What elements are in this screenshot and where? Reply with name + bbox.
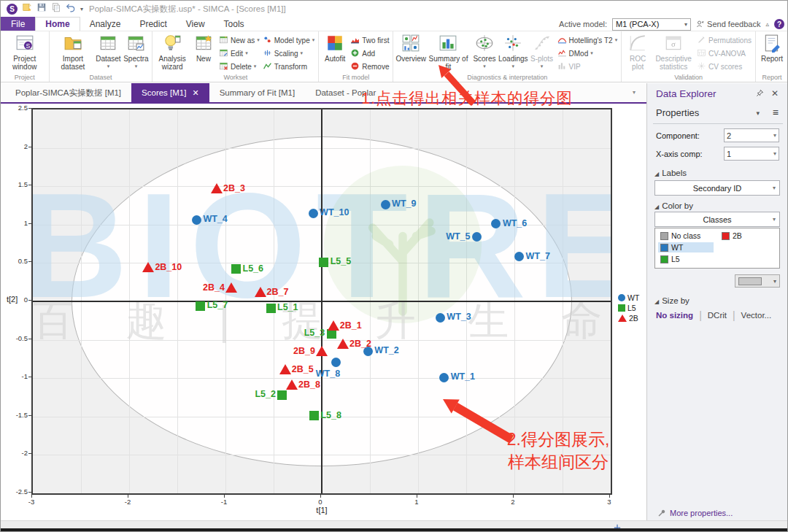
loadings-button[interactable]: Loadings▾ bbox=[498, 33, 528, 70]
class-name: 2B bbox=[733, 231, 742, 240]
sizeby-option-vector-[interactable]: Vector... bbox=[741, 311, 772, 320]
chevron-down-icon: ▾ bbox=[301, 50, 304, 56]
class-item-wt[interactable]: WT bbox=[658, 242, 714, 252]
data-point-WT_8[interactable] bbox=[331, 358, 341, 367]
doc-tab-scores-m1-[interactable]: Scores [M1]✕ bbox=[131, 83, 209, 102]
data-point-2B_3[interactable] bbox=[211, 183, 223, 193]
hotelling-s-t2-button[interactable]: Hotelling's T2▾ bbox=[557, 34, 618, 46]
menu-tab-file[interactable]: File bbox=[1, 17, 35, 31]
vip-button[interactable]: VIP bbox=[557, 61, 618, 72]
data-point-WT_3[interactable] bbox=[436, 313, 445, 323]
dataset-button[interactable]: Dataset▾ bbox=[94, 33, 122, 70]
dmod-button[interactable]: DMod▾ bbox=[557, 47, 618, 59]
more-properties-link[interactable]: More properties... bbox=[657, 509, 733, 517]
color-swatch-combo[interactable]: ▾ bbox=[735, 274, 780, 288]
point-label-WT_7: WT_7 bbox=[526, 251, 550, 261]
point-label-2B_5: 2B_5 bbox=[292, 364, 314, 374]
menu-tab-predict[interactable]: Predict bbox=[130, 17, 176, 31]
analysis-wizard-button[interactable]: Analysis wizard bbox=[155, 33, 190, 72]
quick-access-caret-icon[interactable]: ▾ bbox=[80, 6, 83, 12]
copy-icon[interactable] bbox=[51, 2, 61, 15]
summary-of-fit-button[interactable]: Summary of fit▾ bbox=[426, 33, 471, 78]
data-point-2B_7[interactable] bbox=[255, 287, 266, 297]
data-point-WT_9[interactable] bbox=[381, 200, 390, 209]
doc-tab-summary-of-fit-m1-[interactable]: Summary of Fit [M1] bbox=[209, 83, 306, 102]
window-title: Poplar-SIMCA实操数据.usp* - SIMCA - [Scores … bbox=[89, 4, 286, 15]
properties-header[interactable]: Properties bbox=[656, 107, 699, 118]
data-point-WT_4[interactable] bbox=[192, 215, 201, 225]
colorby-combo[interactable]: Classes▾ bbox=[654, 212, 780, 227]
descriptive-statistics-button[interactable]: σDescriptive statistics bbox=[652, 33, 695, 72]
scaling-button[interactable]: Scaling▾ bbox=[263, 47, 314, 59]
send-feedback-button[interactable]: Send feedback bbox=[696, 20, 760, 28]
properties-menu-icon[interactable]: ≡ bbox=[773, 107, 779, 118]
send-feedback-label: Send feedback bbox=[707, 20, 760, 28]
model-type-button[interactable]: Model type▾ bbox=[263, 34, 314, 46]
new-as-button[interactable]: New as▾ bbox=[219, 34, 260, 46]
add-button[interactable]: Add bbox=[350, 47, 389, 59]
menu-tab-view[interactable]: View bbox=[177, 17, 215, 31]
permutations-button[interactable]: Permutations bbox=[697, 34, 752, 46]
data-point-2B_4[interactable] bbox=[225, 282, 237, 293]
new-document-icon[interactable] bbox=[22, 2, 32, 15]
data-point-L5_1[interactable] bbox=[266, 304, 276, 313]
spectra-button[interactable]: Spectra▾ bbox=[122, 33, 150, 70]
menu-tab-home[interactable]: Home bbox=[35, 17, 80, 31]
component-label: Component: bbox=[656, 131, 700, 140]
help-icon[interactable]: ? bbox=[774, 19, 784, 29]
data-point-WT_1[interactable] bbox=[439, 373, 449, 382]
cv-anova-button[interactable]: 12CV-ANOVA bbox=[697, 47, 752, 59]
class-item-2b[interactable]: 2B bbox=[719, 231, 744, 241]
properties-caret-icon[interactable]: ▾ bbox=[756, 109, 760, 117]
collapse-ribbon-icon[interactable]: ▵ bbox=[765, 20, 769, 28]
sizeby-option-no-sizing[interactable]: No sizing bbox=[656, 311, 693, 320]
edit-button[interactable]: Edit▾ bbox=[219, 47, 260, 59]
active-model-select[interactable]: M1 (PCA-X) ▾ bbox=[612, 18, 691, 31]
close-tab-icon[interactable]: ✕ bbox=[192, 88, 198, 98]
overview-button[interactable]: Overview bbox=[395, 33, 426, 63]
save-icon[interactable] bbox=[36, 2, 47, 15]
remove-button[interactable]: Remove bbox=[350, 61, 389, 72]
menu-tab-analyze[interactable]: Analyze bbox=[80, 17, 131, 31]
data-point-2B_10[interactable] bbox=[142, 262, 154, 272]
data-point-L5_2[interactable] bbox=[277, 390, 287, 400]
xaxis-comp-select[interactable]: 1▾ bbox=[724, 147, 779, 161]
sizeby-section-header[interactable]: ◢Size by bbox=[654, 296, 690, 305]
class-item-no-class[interactable]: No class bbox=[658, 231, 703, 241]
cv-scores-button[interactable]: CV scores bbox=[697, 61, 752, 72]
doc-tab-poplar-simca-m1-[interactable]: Poplar-SIMCA实操数据 [M1] bbox=[5, 83, 131, 102]
report-button[interactable]: Report bbox=[758, 33, 786, 63]
tab-scroll-icon[interactable]: ▾ bbox=[633, 89, 781, 96]
scores-button[interactable]: Scores▾ bbox=[471, 33, 498, 70]
y-tick-label: -2 bbox=[1, 449, 28, 457]
data-point-2B_9[interactable] bbox=[316, 346, 328, 356]
s-plots-button[interactable]: S-plots▾ bbox=[528, 33, 556, 70]
menu-tab-tools[interactable]: Tools bbox=[215, 17, 254, 31]
labels-section-header[interactable]: ◢Labels bbox=[654, 169, 687, 177]
delete-button[interactable]: Delete▾ bbox=[219, 61, 260, 72]
component-select[interactable]: 2▾ bbox=[724, 128, 779, 142]
data-point-L5_6[interactable] bbox=[231, 264, 241, 274]
data-point-2B_8[interactable] bbox=[286, 379, 298, 390]
colorby-section-header[interactable]: ◢Color by bbox=[654, 201, 693, 210]
data-point-2B_1[interactable] bbox=[328, 320, 339, 331]
roc-plot-button[interactable]: ROC plot bbox=[624, 33, 652, 72]
two-first-button[interactable]: Two first bbox=[350, 34, 389, 46]
data-point-WT_10[interactable] bbox=[309, 209, 318, 218]
import-dataset-button[interactable]: Import dataset bbox=[52, 33, 95, 72]
sizeby-option-dcrit[interactable]: DCrit bbox=[708, 311, 727, 320]
class-color-swatch bbox=[722, 232, 730, 240]
undo-icon[interactable] bbox=[66, 2, 76, 15]
class-item-l5[interactable]: L5 bbox=[658, 254, 682, 264]
data-point-2B_2[interactable] bbox=[337, 339, 349, 349]
data-point-L5_7[interactable] bbox=[196, 301, 205, 311]
data-point-L5_5[interactable] bbox=[319, 258, 328, 267]
transform-button[interactable]: Transform bbox=[263, 61, 314, 72]
autofit-button[interactable]: Autofit bbox=[321, 33, 349, 63]
project-window-button[interactable]: SProject window bbox=[3, 33, 47, 72]
labels-combo[interactable]: Secondary ID▾ bbox=[654, 180, 780, 196]
data-point-2B_5[interactable] bbox=[279, 364, 291, 374]
new-button[interactable]: New bbox=[190, 33, 217, 63]
class-legend-box[interactable]: No classWTL52B bbox=[654, 228, 780, 269]
data-point-L5_8[interactable] bbox=[309, 411, 319, 420]
